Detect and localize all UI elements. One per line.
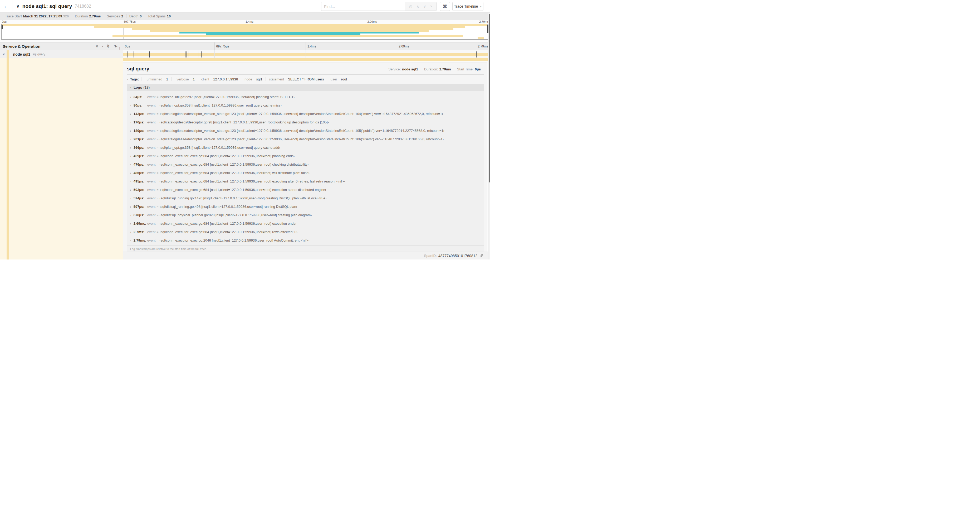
logs-title: Logs (134, 85, 142, 89)
vertical-scrollbar[interactable] (488, 13, 490, 260)
back-arrow-icon: ← (3, 3, 9, 9)
summary-item-value: 2 (121, 14, 123, 18)
log-entry[interactable]: ›201μs:event=‹sql/catalog/lease/descript… (127, 135, 484, 144)
log-field-key: event (147, 179, 156, 183)
detail-meta-value: 0μs (475, 67, 481, 71)
chevron-right-icon: › (130, 96, 131, 99)
tag-key: user (330, 77, 337, 81)
log-entry[interactable]: ›2.79ms:event=‹sql/conn_executor_exec.go… (127, 236, 484, 245)
expand-all-icon[interactable]: ≫ (114, 44, 118, 48)
scrollbar-thumb[interactable] (489, 14, 490, 182)
equals-sign: = (156, 171, 159, 175)
next-match-icon[interactable]: ∨ (423, 4, 426, 8)
log-timestamp: 459μs: (134, 152, 147, 160)
log-entry[interactable]: ›366μs:event=‹sql/plan_opt.go:358 [nsql1… (127, 144, 484, 152)
log-entry[interactable]: ›142μs:event=‹sql/catalog/lease/descript… (127, 110, 484, 118)
minimap-span-bar (2, 24, 487, 26)
log-field-key: event (147, 95, 156, 99)
summary-item: Duration2.79ms (72, 14, 103, 18)
tick-label: 1.4ms (306, 45, 316, 48)
chevron-down-icon: ∨ (480, 5, 482, 8)
tick-label: 0μs (124, 45, 130, 48)
collapse-one-icon[interactable]: ∨ (95, 44, 98, 48)
trace-id: 7418682 (75, 4, 91, 9)
tick-label: 2.79ms (479, 20, 489, 23)
find-box: ◎ ∧ ∨ × (321, 2, 437, 11)
log-entry[interactable]: ›459μs:event=‹sql/conn_executor_exec.go:… (127, 152, 484, 160)
log-entry[interactable]: ›574μs:event=‹sql/distsql_running.go:142… (127, 194, 484, 203)
expand-one-icon[interactable]: › (102, 44, 103, 48)
minimap-right-drag-handle[interactable] (487, 24, 488, 33)
equals-sign: = (156, 180, 159, 183)
column-resize-handle[interactable]: ∥ (119, 47, 120, 50)
log-entries: ›34μs:event=‹sql/exec_util.go:2297 [nsql… (127, 91, 484, 245)
log-marker-tick (171, 51, 171, 57)
chevron-right-icon: › (130, 188, 131, 192)
log-entry[interactable]: ›176μs:event=‹sql/catalog/descs/descript… (127, 118, 484, 126)
log-timestamp: 2.7ms: (134, 228, 147, 236)
log-field-key: event (147, 196, 156, 200)
tag-key: statement (269, 77, 284, 81)
log-entry[interactable]: ›80μs:event=‹sql/plan_opt.go:358 [nsql1,… (127, 101, 484, 110)
back-button[interactable]: ← (0, 0, 13, 13)
log-field-key: event (147, 154, 156, 158)
clear-find-icon[interactable]: × (430, 4, 432, 8)
view-selector-label: Trace Timeline (454, 4, 478, 8)
collapse-children-icon[interactable]: ∨ (3, 53, 5, 56)
log-field-value: ‹sql/conn_executor_exec.go:684 [nsql1,cl… (160, 230, 298, 234)
prev-match-icon[interactable]: ∧ (417, 4, 419, 8)
logs-count: (18) (143, 85, 150, 89)
tag-item: _unfinished=1 (141, 77, 171, 81)
log-marker-tick (476, 51, 477, 57)
find-input[interactable] (321, 2, 405, 11)
log-entry[interactable]: ›678μs:event=‹sql/distsql_physical_plann… (127, 211, 484, 219)
tag-key: client (201, 77, 209, 81)
log-entry[interactable]: ›34μs:event=‹sql/exec_util.go:2297 [nsql… (127, 93, 484, 101)
log-entry[interactable]: ›597μs:event=‹sql/distsql_running.go:498… (127, 203, 484, 211)
chevron-right-icon: › (130, 121, 131, 124)
log-entry[interactable]: ›476μs:event=‹sql/conn_executor_exec.go:… (127, 160, 484, 169)
log-entry[interactable]: ›2.7ms:event=‹sql/conn_executor_exec.go:… (127, 228, 484, 236)
log-marker-tick (134, 51, 134, 57)
log-timestamp: 476μs: (134, 160, 147, 169)
log-entry[interactable]: ›486μs:event=‹sql/conn_executor_exec.go:… (127, 169, 484, 177)
detail-header: sql query Service:node sql1Duration:2.79… (127, 62, 484, 75)
keyboard-shortcuts-button[interactable]: ⌘ (440, 2, 450, 11)
collapse-all-icon[interactable]: ≫ (106, 44, 110, 48)
minimap-canvas[interactable] (1, 24, 489, 40)
trace-timeline-page: ← ∨ node sql1: sql query 7418682 ◎ ∧ ∨ ×… (0, 0, 490, 260)
log-entry[interactable]: ›502μs:event=‹sql/conn_executor_exec.go:… (127, 186, 484, 194)
log-entry[interactable]: ›495μs:event=‹sql/conn_executor_exec.go:… (127, 177, 484, 186)
log-field-value: ‹sql/distsql_running.go:498 [nsql1,clien… (160, 204, 298, 209)
log-timestamp: 2.79ms: (134, 236, 147, 245)
span-operation-name: sql query (32, 53, 45, 56)
log-field-value: ‹sql/plan_opt.go:358 [nsql1,client=127.0… (160, 145, 280, 150)
minimap-span-bar (180, 32, 419, 34)
log-field-key: event (147, 137, 156, 141)
log-entry[interactable]: ›189μs:event=‹sql/catalog/lease/descript… (127, 126, 484, 135)
locate-icon[interactable]: ◎ (409, 4, 412, 8)
tags-row[interactable]: ›Tags:_unfinished=1_verbose=1client=127.… (127, 75, 484, 84)
tag-key: node (245, 77, 252, 81)
tag-value: root (341, 77, 347, 81)
chevron-right-icon: › (130, 138, 131, 141)
span-row-name-cell[interactable]: ∨ node sql1 sql query (0, 50, 123, 58)
log-timestamp: 495μs: (134, 177, 147, 186)
chevron-right-icon: › (130, 239, 131, 242)
span-row[interactable]: ∨ node sql1 sql query (0, 50, 490, 58)
deep-link-icon[interactable] (479, 254, 484, 258)
collapse-trace-icon[interactable]: ∨ (16, 4, 19, 9)
log-field-value: ‹sql/conn_executor_exec.go:684 [nsql1,cl… (160, 179, 345, 183)
logs-header[interactable]: ∨ Logs (18) (127, 84, 484, 91)
span-row-timeline[interactable] (123, 50, 488, 58)
summary-item-value: 10 (167, 14, 171, 18)
log-timestamp: 574μs: (134, 194, 147, 203)
log-field-key: event (147, 120, 156, 124)
minimap-left-drag-handle[interactable] (2, 25, 3, 29)
log-entry[interactable]: ›2.69ms:event=‹sql/conn_executor_exec.go… (127, 219, 484, 228)
detail-meta-item: Duration:2.79ms (421, 67, 454, 71)
summary-item-label: Services (107, 14, 120, 18)
view-selector-button[interactable]: Trace Timeline ∨ (452, 2, 484, 11)
log-timestamp: 366μs: (134, 144, 147, 152)
summary-item-value: March 31 2022, 17:25:09 (23, 14, 62, 18)
